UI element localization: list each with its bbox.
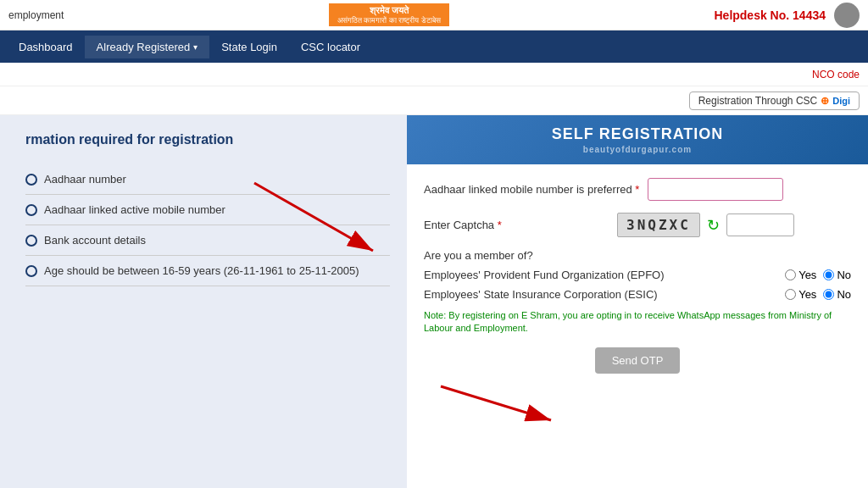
note-text: Note: By registering on E Shram, you are… [424, 309, 851, 336]
registration-form: Aadhaar linked mobile number is preferre… [407, 164, 868, 387]
esic-no-label[interactable]: No [823, 288, 851, 301]
self-registration-title: SELF REGISTRATION [417, 125, 858, 143]
captcha-image: 3NQZXC [617, 213, 700, 237]
helpdesk-number: Helpdesk No. 14434 [714, 8, 826, 22]
mobile-input[interactable] [648, 178, 783, 201]
captcha-row: Enter Captcha * 3NQZXC ↻ [424, 213, 851, 237]
esic-no-radio[interactable] [823, 289, 834, 300]
epfo-yes-label[interactable]: Yes [785, 269, 816, 281]
esic-radio-group: Yes No [785, 288, 851, 301]
esic-row: Employees' State Insurance Corporation (… [424, 288, 851, 301]
refresh-captcha-icon[interactable]: ↻ [707, 216, 720, 235]
member-question-label: Are you a member of? [424, 249, 851, 262]
nav-dashboard[interactable]: Dashboard [7, 36, 85, 58]
epfo-radio-group: Yes No [785, 269, 851, 281]
nav-csc-locator[interactable]: CSC locator [289, 36, 372, 58]
captcha-input[interactable] [726, 214, 794, 236]
main-content: rmation required for registration Aadhaa… [0, 115, 868, 488]
site-title: employment [8, 9, 64, 21]
csc-digi-label: Digi [832, 96, 850, 106]
avatar [834, 3, 860, 28]
esic-label: Employees' State Insurance Corporation (… [424, 288, 776, 301]
epfo-no-radio[interactable] [823, 269, 834, 280]
nav-already-registered[interactable]: Already Registered ▾ [85, 36, 210, 58]
required-indicator: * [498, 219, 502, 231]
nco-bar: NCO code [0, 63, 868, 86]
list-item: Age should be between 16-59 years (26-11… [25, 256, 390, 286]
csc-button-label: Registration Through CSC [698, 95, 818, 107]
left-panel-heading: rmation required for registration [25, 132, 390, 147]
left-panel: rmation required for registration Aadhaa… [0, 115, 407, 488]
csc-logo-icon: ⊕ [821, 95, 829, 107]
list-item: Bank account details [25, 225, 390, 256]
watermark-text: beautyofdurgapur.com [417, 145, 858, 154]
nco-code-label: NCO code [812, 69, 860, 80]
csc-registration-button[interactable]: Registration Through CSC ⊕ Digi [689, 92, 860, 110]
self-registration-header: SELF REGISTRATION beautyofdurgapur.com [407, 115, 868, 164]
epfo-no-label[interactable]: No [823, 269, 851, 281]
nav-bar: Dashboard Already Registered ▾ State Log… [0, 30, 868, 63]
send-otp-button[interactable]: Send OTP [595, 347, 681, 374]
epfo-row: Employees' Provident Fund Organization (… [424, 269, 851, 281]
mobile-label: Aadhaar linked mobile number is preferre… [424, 183, 639, 196]
required-indicator: * [635, 183, 639, 196]
top-bar: employment श्रमेव जयते असंगठित कामगारों … [0, 0, 868, 30]
esic-yes-label[interactable]: Yes [785, 288, 816, 301]
list-item: Aadhaar number [25, 164, 390, 195]
nav-state-login[interactable]: State Login [209, 36, 289, 58]
member-section: Are you a member of? Employees' Providen… [424, 249, 851, 301]
csc-bar: Registration Through CSC ⊕ Digi [0, 86, 868, 115]
captcha-label: Enter Captcha * [424, 219, 610, 231]
logo-line2: असंगठित कामगारों का राष्ट्रीय डेटाबेस [337, 16, 441, 25]
chevron-down-icon: ▾ [193, 42, 198, 52]
list-item: Aadhaar linked active mobile number [25, 195, 390, 225]
logo-line1: श्रमेव जयते [370, 5, 409, 16]
info-list: Aadhaar number Aadhaar linked active mob… [25, 164, 390, 286]
mobile-row: Aadhaar linked mobile number is preferre… [424, 178, 851, 201]
center-logo: श्रमेव जयते असंगठित कामगारों का राष्ट्री… [329, 3, 449, 27]
helpdesk-area: Helpdesk No. 14434 [714, 3, 860, 28]
svg-line-3 [441, 386, 551, 420]
epfo-label: Employees' Provident Fund Organization (… [424, 269, 776, 281]
epfo-yes-radio[interactable] [785, 269, 796, 280]
esic-yes-radio[interactable] [785, 289, 796, 300]
right-panel: SELF REGISTRATION beautyofdurgapur.com A… [407, 115, 868, 488]
